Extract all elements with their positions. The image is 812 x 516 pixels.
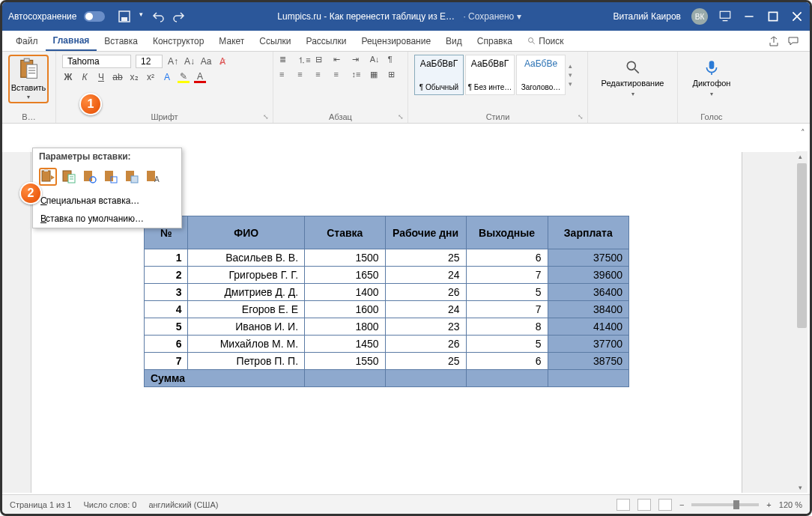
view-print-icon[interactable] xyxy=(637,499,651,511)
tab-references[interactable]: Ссылки xyxy=(252,31,298,51)
zoom-level[interactable]: 120 % xyxy=(779,500,802,509)
paste-text-only-icon[interactable]: A xyxy=(144,168,162,186)
page-count[interactable]: Страница 1 из 1 xyxy=(10,500,71,509)
align-center-icon[interactable]: ≡ xyxy=(297,70,311,82)
show-marks-icon[interactable]: ¶ xyxy=(388,55,402,67)
paragraph-launcher-icon[interactable]: ⤡ xyxy=(398,113,405,121)
view-read-icon[interactable] xyxy=(616,499,630,511)
table-row[interactable]: 7Петров П. П.155025638750 xyxy=(145,353,629,370)
clipboard-group-label: В… xyxy=(8,111,49,121)
share-icon[interactable] xyxy=(768,35,780,47)
sort-icon[interactable]: A↓ xyxy=(370,55,384,67)
styles-scroll-up-icon[interactable]: ▴ xyxy=(569,62,572,70)
svg-rect-19 xyxy=(131,176,138,183)
tab-layout[interactable]: Макет xyxy=(211,31,252,51)
zoom-in-icon[interactable]: + xyxy=(766,500,771,509)
shading-icon[interactable]: ▦ xyxy=(370,70,384,82)
bullets-icon[interactable]: ≣ xyxy=(279,55,293,67)
tab-design[interactable]: Конструктор xyxy=(145,31,211,51)
increase-indent-icon[interactable]: ⇥ xyxy=(352,55,366,67)
view-web-icon[interactable] xyxy=(658,499,672,511)
align-right-icon[interactable]: ≡ xyxy=(315,70,329,82)
zoom-out-icon[interactable]: − xyxy=(679,500,684,509)
styles-scroll-down-icon[interactable]: ▾ xyxy=(569,71,572,79)
paste-button[interactable]: Вставить ▾ xyxy=(8,55,49,103)
superscript-button[interactable]: x² xyxy=(145,71,157,83)
paste-link-keep-icon[interactable] xyxy=(81,168,99,186)
comments-icon[interactable] xyxy=(787,35,799,47)
multilevel-icon[interactable]: ⊟ xyxy=(315,55,329,67)
styles-launcher-icon[interactable]: ⤡ xyxy=(578,113,585,121)
table-row[interactable]: 5Иванов И. И.180023841400 xyxy=(145,318,629,336)
user-avatar[interactable]: ВК xyxy=(691,8,708,25)
align-left-icon[interactable]: ≡ xyxy=(279,70,293,82)
paste-keep-source-icon[interactable] xyxy=(39,168,57,186)
language-status[interactable]: английский (США) xyxy=(148,500,218,509)
strike-button[interactable]: ab xyxy=(112,71,124,83)
close-icon[interactable] xyxy=(790,10,804,23)
style-normal[interactable]: АаБбВвГ¶ Обычный xyxy=(414,55,464,95)
table-row[interactable]: 3Дмитриев Д. Д.140026536400 xyxy=(145,284,629,301)
save-icon[interactable] xyxy=(118,10,130,22)
tab-help[interactable]: Справка xyxy=(470,31,520,51)
undo-icon[interactable] xyxy=(152,10,164,22)
table-row[interactable]: 4Егоров Е. Е160024738400 xyxy=(145,301,629,318)
callout-badge-1: 1 xyxy=(79,93,102,115)
tab-insert[interactable]: Вставка xyxy=(97,31,145,51)
decrease-font-icon[interactable]: A↓ xyxy=(184,55,196,67)
font-size-input[interactable] xyxy=(136,55,163,68)
increase-font-icon[interactable]: A↑ xyxy=(167,55,179,67)
dictate-button[interactable]: Диктофон ▾ xyxy=(685,55,739,102)
word-count[interactable]: Число слов: 0 xyxy=(83,500,136,509)
vertical-scrollbar[interactable]: ▴ ▾ xyxy=(796,151,808,493)
subscript-button[interactable]: x₂ xyxy=(128,71,140,83)
collapse-ribbon-icon[interactable]: ˄ xyxy=(801,128,805,138)
style-heading1[interactable]: АаБбВеЗаголово… xyxy=(516,55,566,95)
style-no-spacing[interactable]: АаБбВвГ¶ Без инте… xyxy=(465,55,515,95)
ribbon-options-icon[interactable] xyxy=(718,10,732,23)
paste-picture-icon[interactable] xyxy=(123,168,141,186)
maximize-icon[interactable] xyxy=(766,10,780,23)
numbering-icon[interactable]: ⒈≡ xyxy=(297,55,311,67)
tab-search[interactable]: Поиск xyxy=(520,31,572,51)
justify-icon[interactable]: ≡ xyxy=(333,70,347,82)
table-row[interactable]: 2Григорьев Г. Г.165024739600 xyxy=(145,267,629,284)
underline-button[interactable]: Ч xyxy=(95,71,107,83)
decrease-indent-icon[interactable]: ⇤ xyxy=(333,55,347,67)
paste-special-item[interactable]: Специальная вставка… xyxy=(33,192,181,210)
italic-button[interactable]: К xyxy=(79,71,91,83)
minimize-icon[interactable] xyxy=(742,10,756,23)
sum-row[interactable]: Сумма xyxy=(145,370,629,387)
table-row[interactable]: 6Михайлов М. М.145026537700 xyxy=(145,336,629,353)
paste-default-item[interactable]: Вставка по умолчанию… xyxy=(33,210,181,228)
redo-icon[interactable] xyxy=(173,10,185,22)
scrollbar-thumb[interactable] xyxy=(797,163,807,328)
tab-mailings[interactable]: Рассылки xyxy=(299,31,354,51)
scroll-up-icon[interactable]: ▴ xyxy=(799,153,802,160)
zoom-slider[interactable] xyxy=(691,503,759,506)
paste-link-dest-icon[interactable] xyxy=(102,168,120,186)
highlight-icon[interactable]: ✎ xyxy=(178,71,190,83)
change-case-icon[interactable]: Aa xyxy=(200,55,212,67)
borders-icon[interactable]: ⊞ xyxy=(388,70,402,82)
data-table[interactable]: № ФИО Ставка Рабочие дни Выходные Зарпла… xyxy=(144,216,629,387)
editing-button[interactable]: Редактирование ▾ xyxy=(594,55,672,102)
line-spacing-icon[interactable]: ↕≡ xyxy=(352,70,366,82)
paste-use-dest-icon[interactable] xyxy=(60,168,78,186)
font-name-input[interactable] xyxy=(62,55,131,68)
qat-dropdown-icon[interactable]: ▾ xyxy=(139,10,143,22)
font-color-icon[interactable]: A xyxy=(194,71,206,83)
tab-home[interactable]: Главная xyxy=(46,31,97,51)
styles-expand-icon[interactable]: ▾ xyxy=(569,80,572,88)
scroll-down-icon[interactable]: ▾ xyxy=(799,484,802,491)
text-effects-icon[interactable]: A xyxy=(161,71,173,83)
tab-file[interactable]: Файл xyxy=(8,31,46,51)
tab-review[interactable]: Рецензирование xyxy=(354,31,438,51)
saved-status[interactable]: · Сохранено ▾ xyxy=(463,11,521,22)
autosave-toggle[interactable] xyxy=(84,11,105,22)
clear-format-icon[interactable]: A̷ xyxy=(216,55,228,67)
font-launcher-icon[interactable]: ⤡ xyxy=(263,113,270,121)
table-row[interactable]: 1Васильев В. В.150025637500 xyxy=(145,249,629,267)
bold-button[interactable]: Ж xyxy=(62,71,74,83)
tab-view[interactable]: Вид xyxy=(438,31,470,51)
